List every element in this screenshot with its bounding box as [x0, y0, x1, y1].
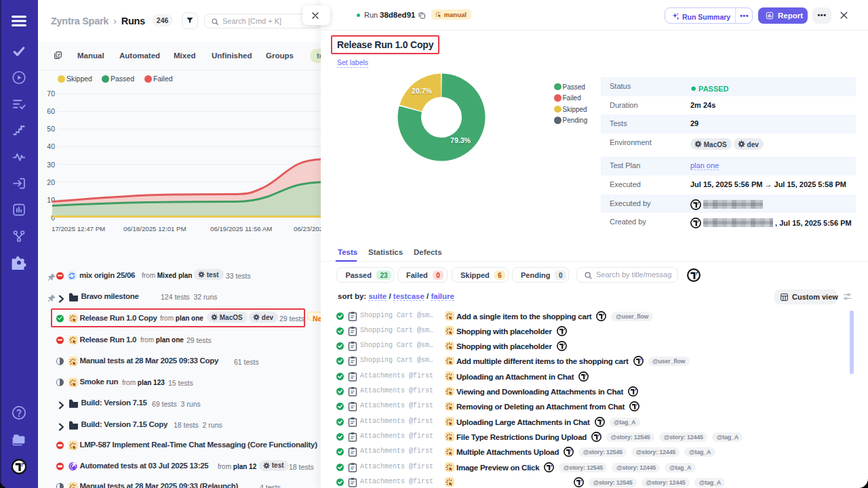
- svg-text:20.7%: 20.7%: [412, 87, 432, 95]
- svg-text:79.3%: 79.3%: [450, 136, 471, 144]
